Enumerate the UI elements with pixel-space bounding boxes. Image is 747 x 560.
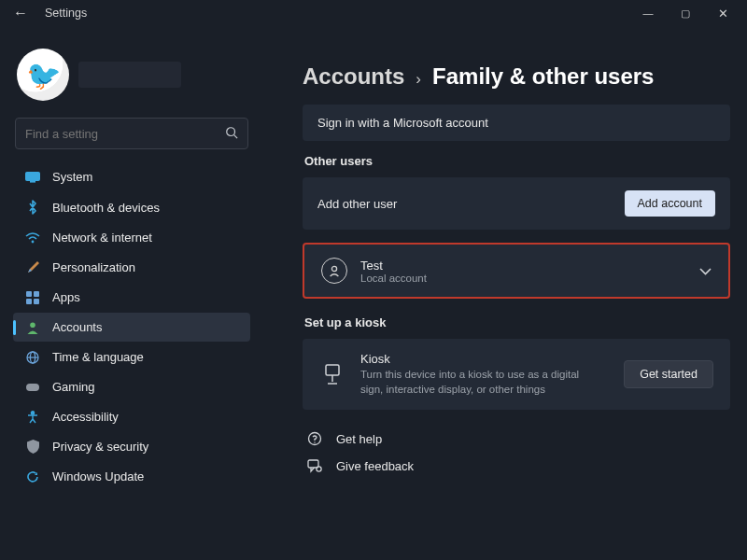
kiosk-title: Kiosk bbox=[360, 352, 609, 366]
sidebar: 🐦 System Bluetooth & devices Network & i… bbox=[0, 26, 260, 560]
sidebar-item-windows-update[interactable]: Windows Update bbox=[13, 462, 250, 491]
brush-icon bbox=[24, 261, 41, 274]
svg-rect-8 bbox=[34, 299, 39, 304]
svg-rect-5 bbox=[26, 291, 32, 297]
user-type: Local account bbox=[360, 273, 699, 284]
refresh-icon bbox=[24, 470, 41, 483]
window-title: Settings bbox=[45, 7, 87, 20]
sidebar-item-apps[interactable]: Apps bbox=[13, 283, 250, 312]
feedback-icon bbox=[306, 459, 323, 473]
sidebar-item-label: Bluetooth & devices bbox=[52, 201, 160, 215]
sidebar-item-accessibility[interactable]: Accessibility bbox=[13, 402, 250, 431]
other-users-heading: Other users bbox=[304, 154, 730, 168]
chevron-down-icon bbox=[699, 263, 712, 278]
svg-point-9 bbox=[30, 322, 35, 328]
help-icon bbox=[306, 431, 323, 446]
sidebar-item-label: Gaming bbox=[52, 380, 95, 394]
shield-icon bbox=[24, 440, 41, 454]
sidebar-item-label: Windows Update bbox=[52, 469, 144, 483]
add-other-user-label: Add other user bbox=[317, 197, 625, 211]
user-name: Test bbox=[360, 259, 699, 273]
sidebar-item-label: Network & internet bbox=[52, 231, 152, 245]
kiosk-desc: Turn this device into a kiosk to use as … bbox=[360, 368, 594, 397]
svg-point-21 bbox=[317, 467, 321, 471]
sidebar-item-label: Apps bbox=[52, 290, 80, 304]
kiosk-heading: Set up a kiosk bbox=[304, 315, 730, 329]
sidebar-item-time-language[interactable]: Time & language bbox=[13, 343, 250, 371]
search-box[interactable] bbox=[15, 118, 248, 149]
svg-rect-6 bbox=[34, 291, 39, 297]
bluetooth-icon bbox=[24, 200, 41, 215]
apps-icon bbox=[24, 291, 41, 304]
svg-rect-16 bbox=[326, 365, 339, 375]
sidebar-item-label: System bbox=[52, 170, 92, 184]
get-help-label: Get help bbox=[336, 432, 382, 446]
sidebar-item-bluetooth[interactable]: Bluetooth & devices bbox=[13, 192, 250, 222]
svg-rect-7 bbox=[26, 299, 32, 304]
ms-account-banner[interactable]: Sign in with a Microsoft account bbox=[303, 105, 730, 141]
svg-rect-3 bbox=[30, 181, 35, 183]
breadcrumb-current: Family & other users bbox=[432, 63, 654, 90]
user-entry-test[interactable]: Test Local account bbox=[303, 243, 730, 299]
close-button[interactable]: ✕ bbox=[704, 3, 741, 24]
sidebar-item-personalization[interactable]: Personalization bbox=[13, 253, 250, 282]
breadcrumb-parent[interactable]: Accounts bbox=[303, 63, 404, 90]
back-icon[interactable]: ← bbox=[13, 5, 34, 21]
svg-rect-20 bbox=[308, 460, 318, 468]
person-outline-icon bbox=[321, 258, 347, 284]
kiosk-get-started-button[interactable]: Get started bbox=[624, 360, 713, 388]
svg-point-15 bbox=[331, 266, 336, 271]
svg-line-1 bbox=[234, 134, 238, 138]
display-icon bbox=[24, 172, 41, 183]
maximize-button[interactable]: ▢ bbox=[667, 4, 704, 23]
svg-rect-13 bbox=[26, 384, 39, 391]
accessibility-icon bbox=[24, 411, 41, 424]
breadcrumb: Accounts › Family & other users bbox=[303, 63, 730, 90]
sidebar-item-privacy[interactable]: Privacy & security bbox=[13, 432, 250, 461]
profile-block[interactable]: 🐦 bbox=[17, 49, 250, 101]
banner-text: Sign in with a Microsoft account bbox=[317, 116, 715, 130]
profile-name-redacted bbox=[78, 62, 181, 88]
give-feedback-link[interactable]: Give feedback bbox=[303, 453, 730, 480]
search-icon bbox=[225, 126, 238, 142]
person-icon bbox=[24, 321, 41, 334]
sidebar-item-system[interactable]: System bbox=[13, 162, 250, 191]
svg-point-4 bbox=[32, 240, 35, 243]
sidebar-item-label: Time & language bbox=[52, 350, 144, 364]
sidebar-item-network[interactable]: Network & internet bbox=[13, 223, 250, 252]
minimize-button[interactable]: — bbox=[629, 4, 667, 22]
give-feedback-label: Give feedback bbox=[336, 459, 414, 473]
svg-point-14 bbox=[31, 411, 34, 413]
svg-rect-2 bbox=[26, 172, 40, 180]
titlebar: ← Settings — ▢ ✕ bbox=[0, 0, 747, 26]
main-content: Accounts › Family & other users Sign in … bbox=[260, 26, 747, 560]
sidebar-item-label: Personalization bbox=[52, 260, 135, 274]
sidebar-item-label: Accounts bbox=[52, 320, 102, 334]
get-help-link[interactable]: Get help bbox=[303, 425, 730, 453]
globe-icon bbox=[24, 351, 41, 364]
chevron-right-icon: › bbox=[416, 70, 421, 89]
sidebar-item-gaming[interactable]: Gaming bbox=[13, 372, 250, 401]
search-input[interactable] bbox=[25, 127, 225, 141]
kiosk-row: Kiosk Turn this device into a kiosk to u… bbox=[303, 339, 730, 410]
sidebar-item-accounts[interactable]: Accounts bbox=[13, 313, 250, 342]
svg-point-0 bbox=[227, 127, 235, 135]
gaming-icon bbox=[24, 382, 41, 393]
avatar: 🐦 bbox=[17, 49, 69, 101]
add-account-button[interactable]: Add account bbox=[625, 190, 716, 217]
add-other-user-row: Add other user Add account bbox=[303, 177, 730, 230]
svg-point-19 bbox=[314, 441, 315, 442]
sidebar-item-label: Accessibility bbox=[52, 410, 119, 424]
footer-links: Get help Give feedback bbox=[303, 425, 730, 480]
wifi-icon bbox=[24, 232, 41, 244]
nav-list: System Bluetooth & devices Network & int… bbox=[13, 162, 250, 491]
kiosk-icon bbox=[319, 364, 345, 385]
sidebar-item-label: Privacy & security bbox=[52, 440, 148, 454]
